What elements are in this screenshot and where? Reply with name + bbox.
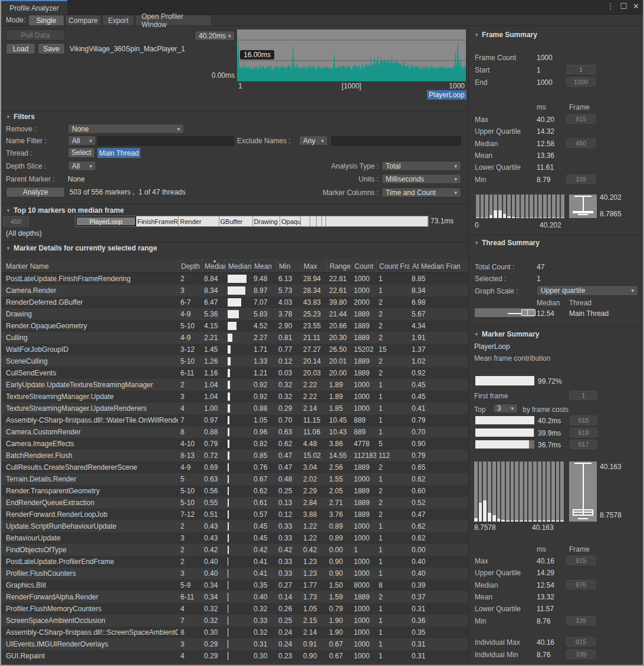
table-row[interactable]: GUI.Repaint40.290.300.230.900.67100010.3… xyxy=(1,650,468,662)
cost-frame-chip[interactable]: 917 xyxy=(570,440,597,449)
table-row[interactable]: EndRenderQueueExtraction5-100.550.610.13… xyxy=(1,497,468,509)
table-row[interactable]: TextureStreamingManager.UpdateRenderers4… xyxy=(1,403,468,414)
table-row[interactable]: EarlyUpdate.UpdateTextureStreamingManage… xyxy=(1,379,468,391)
top10-segment-FinishFrameRendering[interactable]: FinishFrameRendering xyxy=(136,216,179,226)
marker-summary-header[interactable]: Marker Summary xyxy=(474,330,539,338)
top10-segment-OpaqueGeometry[interactable]: OpaqueGeometry xyxy=(280,216,301,226)
frame-jump-chip[interactable]: 915 xyxy=(566,556,596,565)
column-header-10[interactable]: At Median Frame xyxy=(409,259,460,272)
table-row[interactable]: RenderDeferred.GBuffer6-76.477.074.0343.… xyxy=(1,296,468,308)
column-header-3[interactable]: Median xyxy=(225,259,251,272)
column-header-4[interactable]: Mean xyxy=(251,259,276,272)
top10-segment-9[interactable] xyxy=(322,216,327,226)
open-profiler-window-button[interactable]: Open Profiler Window xyxy=(135,15,212,26)
cost-frame-chip[interactable]: 918 xyxy=(570,428,597,437)
units-dropdown[interactable]: Milliseconds xyxy=(382,174,461,184)
frame-jump-chip[interactable]: 1 xyxy=(566,65,596,74)
table-row[interactable]: UIEvents.IMGUIRenderOverlays30.290.310.2… xyxy=(1,638,468,650)
table-row[interactable]: Camera.ImageEffects4-100.790.820.624.483… xyxy=(1,438,468,450)
column-header-1[interactable]: Depth xyxy=(178,259,202,272)
table-row[interactable]: Render.TransparentGeometry5-100.560.620.… xyxy=(1,485,468,497)
top10-segment-Drawing[interactable]: Drawing xyxy=(253,216,280,226)
frame-jump-chip[interactable]: 339 xyxy=(566,649,596,659)
kebab-menu-icon[interactable]: ⋮ xyxy=(606,2,614,11)
table-row[interactable]: TextureStreamingManager.Update31.040.920… xyxy=(1,391,468,403)
table-row[interactable]: PostLateUpdate.FinishFrameRendering28.84… xyxy=(1,273,468,285)
close-icon[interactable]: ✕ xyxy=(633,2,639,11)
analyze-button[interactable]: Analyze xyxy=(6,187,65,197)
maximize-icon[interactable]: ☐ xyxy=(620,2,627,11)
table-row[interactable]: Graphics.Blit5-90.340.350.271.771.508000… xyxy=(1,579,468,591)
column-header-8[interactable]: Count xyxy=(351,259,376,272)
table-row[interactable]: Update.ScriptRunBehaviourUpdate20.430.45… xyxy=(1,520,468,532)
table-row[interactable]: PostLateUpdate.ProfilerEndFrame20.400.41… xyxy=(1,556,468,568)
thread-value-chip[interactable]: Main Thread xyxy=(97,148,140,158)
column-header-2[interactable]: Median▼ xyxy=(202,259,225,272)
table-row[interactable]: WaitForJobGroupID3-121.451.710.7727.2726… xyxy=(1,344,468,355)
table-row[interactable]: Drawing4-95.365.833.7825.2321.44188925.6… xyxy=(1,308,468,320)
column-header-7[interactable]: Range xyxy=(327,259,351,272)
top10-segment-PlayerLoop[interactable]: PlayerLoop xyxy=(75,216,136,226)
thread-select-button[interactable]: Select xyxy=(68,147,95,158)
top10-segment-Render[interactable]: Render xyxy=(179,216,219,226)
table-row[interactable]: CullSendEvents6-111.161.210.0320.0320.00… xyxy=(1,367,468,379)
table-row[interactable]: SceneCulling5-101.261.330.1220.1420.0118… xyxy=(1,355,468,367)
table-row[interactable]: BatchRenderer.Flush8-130.720.850.4715.02… xyxy=(1,450,468,461)
table-row[interactable]: Assembly-CSharp-firstpass.dll!::WaterTil… xyxy=(1,414,468,426)
analysis-type-dropdown[interactable]: Total xyxy=(382,161,461,171)
mode-compare-button[interactable]: Compare xyxy=(65,15,101,26)
top-n-dropdown[interactable]: 3 xyxy=(493,404,518,413)
top10-segment-6[interactable] xyxy=(301,216,310,226)
pull-data-button[interactable]: Pull Data xyxy=(6,29,65,41)
frame-jump-chip[interactable]: 1000 xyxy=(566,77,596,87)
exclude-mode-dropdown[interactable]: Any xyxy=(299,136,328,146)
top10-section-header[interactable]: Top 10 markers on median frame xyxy=(6,206,124,215)
save-button[interactable]: Save xyxy=(38,43,65,54)
name-filter-input[interactable] xyxy=(98,136,234,146)
frame-jump-chip[interactable]: 339 xyxy=(566,174,596,184)
marker-columns-dropdown[interactable]: Time and Count xyxy=(382,187,461,197)
export-button[interactable]: Export xyxy=(102,15,134,26)
frame-jump-chip[interactable]: 915 xyxy=(566,637,596,647)
remove-dropdown[interactable]: None xyxy=(68,124,184,134)
table-row[interactable]: Profiler.FlushMemoryCounters40.320.320.2… xyxy=(1,603,468,615)
table-row[interactable]: CullResults.CreateSharedRendererScene4-9… xyxy=(1,461,468,473)
table-row[interactable]: ScreenSpaceAmbientOcclusion70.320.330.25… xyxy=(1,615,468,627)
column-header-6[interactable]: Max xyxy=(301,259,327,272)
top10-frame-chip[interactable]: 450 xyxy=(3,216,29,227)
load-button[interactable]: Load xyxy=(6,43,35,54)
frame-timeline-chart[interactable]: 16.00ms xyxy=(237,29,466,81)
table-row[interactable]: Camera.CustomRender80.880.960.6311.0610.… xyxy=(1,426,468,438)
frame-jump-chip[interactable]: 976 xyxy=(566,580,596,589)
column-header-0[interactable]: Marker Name xyxy=(1,259,178,272)
name-filter-mode-dropdown[interactable]: All xyxy=(68,136,96,146)
table-row[interactable]: Render.OpaqueGeometry5-104.154.522.9023.… xyxy=(1,320,468,332)
timeline-scale-dropdown[interactable]: 40.20ms xyxy=(195,31,235,41)
tab-profile-analyzer[interactable]: Profile Analyzer xyxy=(1,0,67,15)
graph-scale-dropdown[interactable]: Upper quartile xyxy=(537,285,638,296)
table-row[interactable]: FindObjectsOfType20.420.420.420.420.0011… xyxy=(1,544,468,556)
thread-name[interactable]: Main Thread xyxy=(569,309,609,318)
column-header-5[interactable]: Min xyxy=(276,259,301,272)
filters-section-header[interactable]: Filters xyxy=(6,113,35,121)
table-row[interactable]: BehaviourUpdate30.430.450.331.220.891000… xyxy=(1,532,468,544)
column-header-9[interactable]: Count Frame xyxy=(376,259,409,272)
marker-details-section-header[interactable]: Marker Details for currently selected ra… xyxy=(6,244,157,252)
table-row[interactable]: RenderForward.RenderLoopJob7-120.510.570… xyxy=(1,509,468,520)
mode-single-button[interactable]: Single xyxy=(28,15,64,26)
thread-summary-header[interactable]: Thread Summary xyxy=(474,239,540,247)
table-row[interactable]: Terrain.Details.Render50.630.670.482.021… xyxy=(1,473,468,485)
frame-jump-chip[interactable]: 339 xyxy=(566,616,596,625)
top10-segment-GBuffer[interactable]: GBuffer xyxy=(219,216,253,226)
table-row[interactable]: RenderForwardAlpha.Render6-110.340.400.1… xyxy=(1,591,468,603)
top10-segment-8[interactable] xyxy=(317,216,321,226)
table-row[interactable]: Profiler.FlushCounters30.400.410.331.230… xyxy=(1,568,468,579)
frame-jump-chip[interactable]: 915 xyxy=(566,114,596,124)
table-row[interactable]: Camera.Render38.348.975.7328.3422.611000… xyxy=(1,285,468,296)
top10-segment-rest[interactable] xyxy=(326,216,428,226)
timeline-selected-marker-chip[interactable]: PlayerLoop xyxy=(427,90,466,100)
top10-segment-7[interactable] xyxy=(310,216,317,226)
depth-slice-dropdown[interactable]: All xyxy=(68,161,96,171)
frame-summary-header[interactable]: Frame Summary xyxy=(474,31,537,39)
cost-frame-chip[interactable]: 915 xyxy=(570,416,597,425)
